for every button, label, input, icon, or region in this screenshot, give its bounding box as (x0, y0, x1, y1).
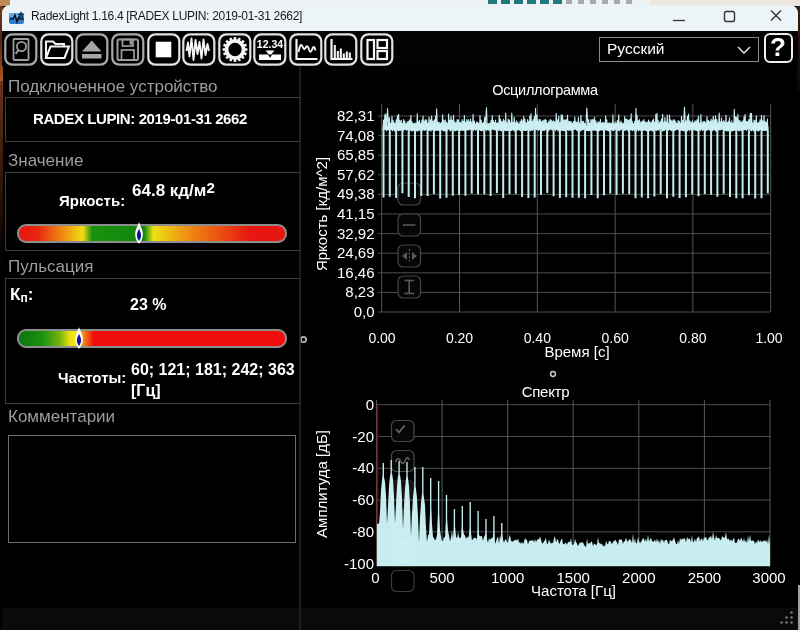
svg-text:0.00: 0.00 (368, 330, 395, 346)
svg-text:49,38: 49,38 (337, 185, 375, 202)
svg-text:Спектр: Спектр (522, 383, 569, 400)
svg-text:16,46: 16,46 (337, 264, 375, 281)
svg-text:Осциллограмма: Осциллограмма (492, 82, 599, 98)
svg-text:-80: -80 (352, 523, 374, 540)
svg-text:57,62: 57,62 (337, 166, 375, 183)
svg-text:Яркость [кд/м^2]: Яркость [кд/м^2] (313, 157, 330, 271)
svg-text:0: 0 (371, 569, 379, 586)
svg-text:Время [с]: Время [с] (544, 343, 609, 360)
svg-text:2000: 2000 (622, 569, 655, 586)
svg-text:8,23: 8,23 (345, 283, 374, 300)
svg-text:-100: -100 (344, 555, 374, 572)
svg-text:3000: 3000 (752, 569, 785, 586)
svg-text:2500: 2500 (688, 569, 721, 586)
svg-text:Частота [Гц]: Частота [Гц] (531, 582, 616, 599)
svg-text:65,85: 65,85 (337, 146, 375, 163)
svg-text:0: 0 (366, 396, 374, 413)
svg-text:-60: -60 (352, 491, 374, 508)
svg-text:12.34: 12.34 (257, 38, 283, 50)
svg-text:0.20: 0.20 (446, 330, 473, 346)
svg-text:-40: -40 (352, 459, 374, 476)
svg-text:82,31: 82,31 (337, 107, 375, 124)
svg-text:-20: -20 (352, 428, 374, 445)
svg-text:Амплитуда [дБ]: Амплитуда [дБ] (313, 430, 330, 538)
svg-text:0.80: 0.80 (679, 330, 706, 346)
svg-text:41,15: 41,15 (337, 205, 375, 222)
svg-text:74,08: 74,08 (337, 127, 375, 144)
svg-text:1000: 1000 (491, 569, 524, 586)
svg-text:0,0: 0,0 (354, 303, 375, 320)
svg-text:1.00: 1.00 (755, 330, 782, 346)
svg-text:32,92: 32,92 (337, 225, 375, 242)
svg-text:24,69: 24,69 (337, 244, 375, 261)
svg-text:500: 500 (430, 569, 455, 586)
